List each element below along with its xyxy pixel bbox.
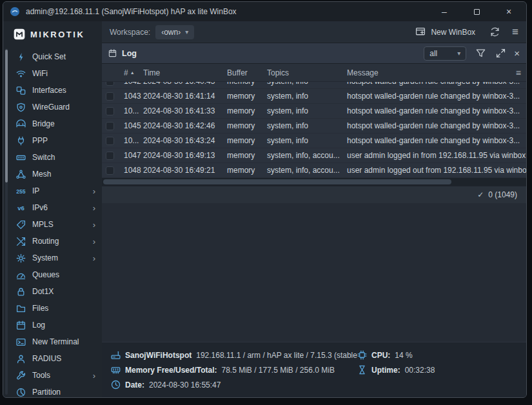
log-rows-viewport[interactable]: 1042 2024-08-30 16:40:45 memory system, … [102,82,526,178]
sidebar-item-label: MPLS [32,220,54,229]
files-icon [16,304,26,313]
table-row[interactable]: 1043 2024-08-30 16:41:14 memory system, … [102,89,526,104]
chevron-right-icon: › [93,221,95,229]
cell-message: user admin logged out from 192.168.11.95… [347,166,526,175]
log-filter-dropdown[interactable]: all ▾ [424,46,466,61]
log-panel-icon [108,49,117,57]
log-filter-value: all [429,49,437,58]
sidebar-scrollbar[interactable] [5,48,8,395]
sidebar-scrollbar-thumb[interactable] [5,50,8,183]
selection-count: 0 (1049) [488,190,517,199]
column-header-buffer[interactable]: Buffer [227,68,267,77]
tools-icon [16,371,26,380]
minimize-button[interactable]: – [440,7,449,16]
cell-id: 1047 [124,151,143,160]
cell-message: hotspot walled-garden rule changed by wi… [347,82,526,86]
cell-message: user admin logged in from 192.168.11.95 … [347,151,526,160]
sidebar-item-label: New Terminal [32,337,79,346]
close-panel-icon[interactable]: × [514,48,520,58]
table-row[interactable]: 1048 2024-08-30 16:49:21 memory system, … [102,163,526,178]
maximize-button[interactable] [472,7,481,16]
column-header-message[interactable]: Message [347,68,511,77]
sidebar-item-label: WiFi [32,69,48,78]
sidebar-item-label: Bridge [32,119,55,128]
memory-label: Memory Free/Used/Total: [125,366,217,375]
workspace-value: ‹own› [161,28,181,37]
cell-time: 2024-08-30 16:41:33 [143,106,227,115]
sidebar-item-label: Routing [32,237,59,246]
date-clock-icon [111,380,121,390]
titlebar[interactable]: admin@192.168.11.1 (SanojWiFiHotspot) hA… [3,2,526,21]
sidebar-nav: Quick Set WiFi Interfaces WireGuard Brid… [3,47,102,397]
cell-time: 2024-08-30 16:43:24 [143,136,227,145]
close-button[interactable]: × [504,7,513,16]
column-header-topics[interactable]: Topics [267,68,347,77]
log-panel-title: Log [122,49,419,58]
workspace-dropdown[interactable]: ‹own› ▾ [155,25,194,39]
sidebar-item-routing[interactable]: Routing› [3,233,102,250]
wifi-icon [16,69,26,79]
sidebar-item-queues[interactable]: Queues [3,266,102,283]
table-row[interactable]: 1047 2024-08-30 16:49:13 memory system, … [102,148,526,163]
column-header-time[interactable]: Time [143,68,227,77]
columns-menu-icon[interactable]: ≡ [511,68,526,78]
row-checkbox[interactable] [106,107,114,115]
sidebar-item-ip[interactable]: IP› [3,183,102,199]
table-row[interactable]: 10... 2024-08-30 16:43:24 memory system,… [102,133,526,148]
new-winbox-button[interactable]: New WinBox [415,26,475,37]
sidebar-item-ppp[interactable]: PPP [3,132,102,149]
sidebar-item-radius[interactable]: RADIUS [3,350,102,367]
sidebar-item-log[interactable]: Log [3,317,102,333]
cell-topics: system, info [267,92,347,101]
table-row[interactable]: 1045 2024-08-30 16:42:46 memory system, … [102,119,526,133]
sidebar-item-mpls[interactable]: MPLS› [3,216,102,233]
switch-icon [16,153,26,163]
sidebar-item-interfaces[interactable]: Interfaces [3,82,102,99]
row-checkbox[interactable] [106,82,114,86]
device-identity: SanojWiFiHotspot [125,351,192,360]
row-checkbox[interactable] [106,92,114,101]
sidebar-item-mesh[interactable]: Mesh [3,166,102,183]
sidebar-item-wireguard[interactable]: WireGuard [3,99,102,115]
sidebar-item-ipv6[interactable]: IPv6› [3,199,102,216]
sidebar-item-system[interactable]: System› [3,250,102,266]
brand: MIKROTIK [3,21,102,47]
sidebar-item-label: Switch [32,153,55,162]
cell-id: 1048 [124,166,143,175]
new-winbox-icon [415,26,426,37]
expand-panel-icon[interactable] [495,48,506,59]
row-checkbox[interactable] [106,166,114,175]
memory-icon [111,365,121,375]
cell-buffer: memory [227,166,267,175]
sidebar-item-wifi[interactable]: WiFi [3,65,102,82]
cell-id: 10... [124,106,143,115]
check-icon: ✓ [477,190,484,199]
sidebar-item-partition[interactable]: Partition [3,384,102,397]
sidebar-item-label: IPv6 [32,203,48,212]
horizontal-scrollbar[interactable] [102,178,526,186]
row-checkbox[interactable] [106,137,114,145]
filter-funnel-icon[interactable] [475,48,486,59]
hamburger-menu-icon[interactable]: ≡ [512,26,518,37]
log-table-header: #▲ Time Buffer Topics Message ≡ [102,64,526,82]
sidebar-item-files[interactable]: Files [3,300,102,317]
sidebar-item-dot1x[interactable]: Dot1X [3,283,102,300]
row-checkbox[interactable] [106,122,114,130]
table-row[interactable]: 1042 2024-08-30 16:40:45 memory system, … [102,82,526,89]
sidebar-item-switch[interactable]: Switch [3,149,102,166]
sync-icon[interactable] [489,26,500,37]
sidebar-item-new-terminal[interactable]: New Terminal [3,333,102,350]
radius-icon [16,354,26,364]
sidebar-item-bridge[interactable]: Bridge [3,115,102,132]
sidebar-item-quick-set[interactable]: Quick Set [3,48,102,65]
row-checkbox[interactable] [106,152,114,160]
horizontal-scrollbar-thumb[interactable] [103,179,451,184]
cell-buffer: memory [227,106,267,115]
cell-buffer: memory [227,121,267,130]
sidebar-item-tools[interactable]: Tools› [3,367,102,384]
column-header-id[interactable]: #▲ [124,68,143,77]
main-area: Workspace: ‹own› ▾ New WinBox ≡ Log all [102,21,526,397]
partition-icon [16,388,26,397]
table-row[interactable]: 10... 2024-08-30 16:41:33 memory system,… [102,104,526,119]
ip-icon [16,186,26,196]
